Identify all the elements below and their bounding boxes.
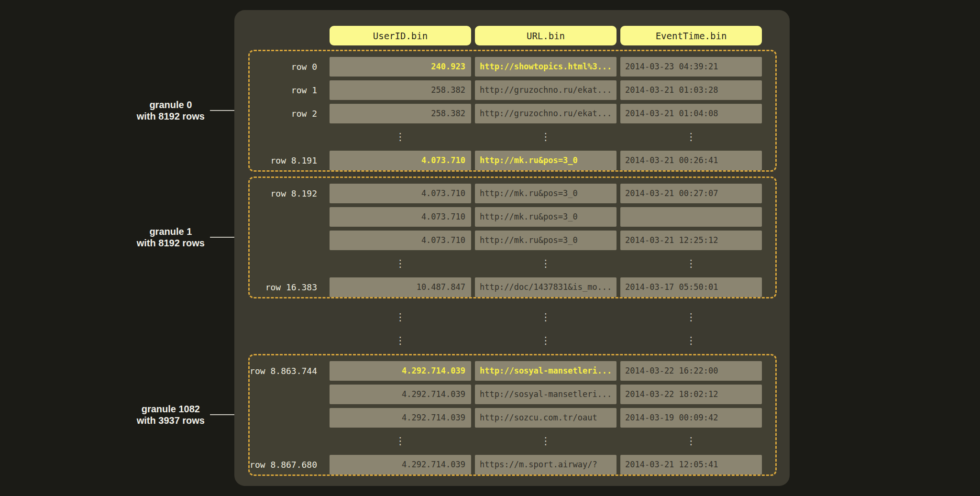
ellipsis-glyph: ⋮ xyxy=(620,308,762,327)
granule-0-label: granule 0 with 8192 rows xyxy=(137,99,247,122)
cell-userid: 4.073.710 xyxy=(330,231,471,250)
cell-url: http://gruzochno.ru/ekat... xyxy=(475,104,617,123)
cell-userid: 4.292.714.039 xyxy=(330,455,471,474)
table-row: row 8.192 4.073.710 http://mk.ru&pos=3_0… xyxy=(234,184,790,203)
granule-1-label: granule 1 with 8192 rows xyxy=(137,226,247,249)
row-label: row 2 xyxy=(234,104,326,123)
cell-eventtime: 2014-03-22 18:02:12 xyxy=(620,385,762,404)
table-row: 4.292.714.039 http://sosyal-mansetleri..… xyxy=(234,385,790,404)
separator-ellipsis-row: ⋮ ⋮ ⋮ xyxy=(234,308,790,327)
cell-url: http://mk.ru&pos=3_0 xyxy=(475,207,617,227)
ellipsis-glyph: ⋮ xyxy=(475,308,617,327)
row-label: row 8.863.744 xyxy=(234,361,326,381)
ellipsis-glyph: ⋮ xyxy=(330,431,471,451)
row-label: row 1 xyxy=(234,80,326,100)
ellipsis-row: ⋮ ⋮ ⋮ xyxy=(234,254,790,274)
row-label: row 8.867.680 xyxy=(234,455,326,474)
row-label: row 16.383 xyxy=(234,277,326,297)
cell-eventtime: 2014-03-22 16:22:00 xyxy=(620,361,762,381)
cell-userid: 4.073.710 xyxy=(330,207,471,227)
column-headers: UserID.bin URL.bin EventTime.bin xyxy=(234,26,790,45)
cell-eventtime: 2014-03-17 05:50:01 xyxy=(620,277,762,297)
row-label xyxy=(234,308,326,327)
granule-rowcount: with 3937 rows xyxy=(137,415,205,426)
separator-ellipsis-row: ⋮ ⋮ ⋮ xyxy=(234,331,790,351)
cell-userid: 258.382 xyxy=(330,80,471,100)
ellipsis-glyph: ⋮ xyxy=(330,331,471,351)
cell-url: http://sosyal-mansetleri... xyxy=(475,361,617,381)
granule-rowcount: with 8192 rows xyxy=(137,237,205,249)
ellipsis-glyph: ⋮ xyxy=(620,254,762,274)
ellipsis-glyph: ⋮ xyxy=(330,127,471,147)
granule-name: granule 1 xyxy=(137,226,205,237)
cell-url: http://mk.ru&pos=3_0 xyxy=(475,151,617,170)
row-label xyxy=(234,408,326,428)
table-row: 4.073.710 http://mk.ru&pos=3_0 xyxy=(234,207,790,227)
cell-url: http://mk.ru&pos=3_0 xyxy=(475,184,617,203)
cell-url: http://mk.ru&pos=3_0 xyxy=(475,231,617,250)
cell-eventtime: 2014-03-21 00:27:07 xyxy=(620,184,762,203)
ellipsis-glyph: ⋮ xyxy=(620,331,762,351)
ellipsis-glyph: ⋮ xyxy=(475,254,617,274)
row-label xyxy=(234,385,326,404)
cell-url: http://sozcu.com.tr/oaut xyxy=(475,408,617,428)
table-row: row 8.191 4.073.710 http://mk.ru&pos=3_0… xyxy=(234,151,790,170)
row-label xyxy=(234,431,326,451)
row-label xyxy=(234,207,326,227)
granule-0-label-text: granule 0 with 8192 rows xyxy=(137,99,205,122)
table-row: row 8.863.744 4.292.714.039 http://sosya… xyxy=(234,361,790,381)
granule-1-label-text: granule 1 with 8192 rows xyxy=(137,226,205,249)
cell-eventtime: 2014-03-21 01:04:08 xyxy=(620,104,762,123)
table-row: row 8.867.680 4.292.714.039 https://m.sp… xyxy=(234,455,790,474)
cell-url: https://m.sport.airway/? xyxy=(475,455,617,474)
ellipsis-glyph: ⋮ xyxy=(330,254,471,274)
cell-eventtime: 2014-03-21 01:03:28 xyxy=(620,80,762,100)
cell-url: http://doc/1437831&is_mo... xyxy=(475,277,617,297)
ellipsis-glyph: ⋮ xyxy=(475,127,617,147)
granule-name: granule 1082 xyxy=(137,403,205,415)
cell-userid: 258.382 xyxy=(330,104,471,123)
table-row: 4.073.710 http://mk.ru&pos=3_0 2014-03-2… xyxy=(234,231,790,250)
ellipsis-row: ⋮ ⋮ ⋮ xyxy=(234,431,790,451)
column-header-eventtime: EventTime.bin xyxy=(620,26,762,45)
column-header-userid: UserID.bin xyxy=(330,26,471,45)
cell-eventtime: 2014-03-21 00:26:41 xyxy=(620,151,762,170)
cell-userid: 4.292.714.039 xyxy=(330,408,471,428)
row-label: row 0 xyxy=(234,57,326,77)
cell-url: http://gruzochno.ru/ekat... xyxy=(475,80,617,100)
ellipsis-row: ⋮ ⋮ ⋮ xyxy=(234,127,790,147)
table-row: row 0 240.923 http://showtopics.html%3..… xyxy=(234,57,790,77)
cell-eventtime: 2014-03-21 12:05:41 xyxy=(620,455,762,474)
column-files-panel: UserID.bin URL.bin EventTime.bin row 0 2… xyxy=(234,10,790,486)
ellipsis-glyph: ⋮ xyxy=(475,331,617,351)
table-row: row 16.383 10.487.847 http://doc/1437831… xyxy=(234,277,790,297)
table-row: 4.292.714.039 http://sozcu.com.tr/oaut 2… xyxy=(234,408,790,428)
table-row: row 1 258.382 http://gruzochno.ru/ekat..… xyxy=(234,80,790,100)
ellipsis-glyph: ⋮ xyxy=(475,431,617,451)
column-header-url: URL.bin xyxy=(475,26,617,45)
table: UserID.bin URL.bin EventTime.bin row 0 2… xyxy=(234,26,790,474)
cell-url: http://sosyal-mansetleri... xyxy=(475,385,617,404)
row-label xyxy=(234,127,326,147)
ellipsis-glyph: ⋮ xyxy=(330,308,471,327)
ellipsis-glyph: ⋮ xyxy=(620,127,762,147)
row-label xyxy=(234,254,326,274)
cell-userid: 4.292.714.039 xyxy=(330,361,471,381)
cell-eventtime xyxy=(620,207,762,227)
row-label: row 8.192 xyxy=(234,184,326,203)
cell-eventtime: 2014-03-23 04:39:21 xyxy=(620,57,762,77)
granule-1082-label: granule 1082 with 3937 rows xyxy=(137,403,247,426)
cell-userid: 10.487.847 xyxy=(330,277,471,297)
ellipsis-glyph: ⋮ xyxy=(620,431,762,451)
granule-rowcount: with 8192 rows xyxy=(137,110,205,122)
cell-userid: 4.073.710 xyxy=(330,151,471,170)
cell-url: http://showtopics.html%3... xyxy=(475,57,617,77)
granule-1082-label-text: granule 1082 with 3937 rows xyxy=(137,403,205,426)
row-label xyxy=(234,231,326,250)
row-label: row 8.191 xyxy=(234,151,326,170)
cell-eventtime: 2014-03-21 12:25:12 xyxy=(620,231,762,250)
granule-name: granule 0 xyxy=(137,99,205,110)
header-spacer xyxy=(234,26,326,45)
cell-userid: 4.292.714.039 xyxy=(330,385,471,404)
row-label xyxy=(234,331,326,351)
